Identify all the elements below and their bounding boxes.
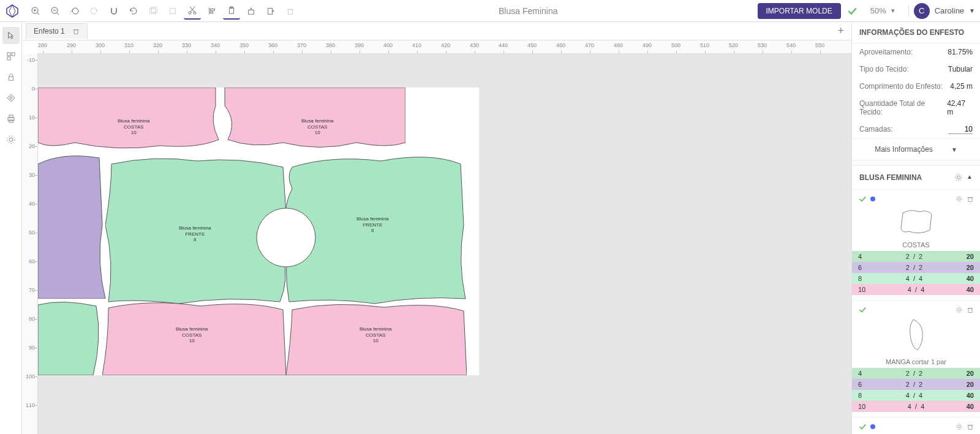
add-tab-button[interactable]: + (837, 24, 844, 37)
trash-icon[interactable] (282, 2, 299, 20)
trash-icon[interactable] (967, 195, 974, 203)
gear-icon[interactable] (956, 306, 963, 313)
tab-close-trash-icon[interactable] (72, 28, 80, 35)
size-row[interactable]: 42 / 220 (852, 368, 980, 379)
size-row[interactable]: 84 / 440 (852, 390, 980, 401)
piece-label: Blusa femininaCOSTAS10 (360, 326, 391, 344)
check-icon[interactable] (858, 305, 867, 314)
info-value: 81.75% (948, 48, 973, 56)
zoom-in-icon[interactable] (27, 2, 44, 20)
svg-point-12 (189, 12, 191, 14)
svg-rect-28 (7, 57, 10, 60)
separator (908, 5, 909, 17)
svg-point-13 (194, 12, 196, 14)
chevron-down-icon: ▼ (890, 7, 896, 14)
magnet-icon[interactable] (105, 2, 123, 20)
svg-marker-0 (7, 5, 18, 17)
zoom-out-icon[interactable] (47, 2, 64, 20)
viewport[interactable]: Blusa femininaCOSTAS10 Blusa femininaCOS… (38, 54, 851, 434)
info-row: Quantidade Total de Tecido:42,47 m (852, 95, 980, 121)
size-row[interactable]: 104 / 440 (852, 401, 980, 412)
size-row[interactable]: 62 / 220 (852, 379, 980, 390)
ruler-vertical: -100102030405060708090100110 (22, 54, 38, 434)
select-tool-icon[interactable] (2, 27, 20, 44)
part-thumbnail (852, 431, 980, 434)
undo-icon[interactable] (66, 2, 83, 20)
size-row[interactable]: 104 / 440 (852, 284, 980, 295)
export-icon[interactable] (262, 2, 279, 20)
gear-icon[interactable] (956, 195, 963, 203)
svg-point-43 (957, 196, 962, 202)
more-info-toggle[interactable]: Mais Informações ▼ (852, 138, 980, 160)
piece-label: Blusa femininaCOSTAS10 (301, 118, 333, 136)
svg-rect-48 (968, 309, 972, 313)
trash-icon[interactable] (967, 423, 974, 430)
svg-rect-26 (7, 53, 10, 56)
check-icon[interactable] (858, 422, 867, 431)
refresh-icon[interactable] (125, 2, 142, 20)
box-icon[interactable] (164, 2, 181, 20)
svg-point-35 (9, 138, 13, 141)
size-row[interactable]: 42 / 220 (852, 251, 980, 262)
main: Enfesto 1 + 2802903003103203303403503603… (0, 22, 980, 434)
svg-rect-11 (170, 8, 176, 13)
ruler-horizontal: 2802903003103203303403503603703803904004… (38, 40, 851, 54)
check-icon[interactable] (858, 195, 867, 203)
svg-marker-25 (8, 32, 13, 39)
tab-bar: Enfesto 1 + (22, 22, 851, 40)
nest-tool-icon[interactable] (2, 48, 20, 65)
molde-header: BLUSA FEMININA ▲ (852, 165, 980, 190)
chevron-down-icon: ▼ (969, 7, 975, 14)
svg-rect-21 (249, 10, 254, 14)
part-card: COSTAS42 / 22062 / 22084 / 440104 / 440 (852, 190, 980, 301)
align-icon[interactable] (203, 2, 221, 20)
document-title: Blusa Feminina (301, 6, 755, 16)
svg-marker-30 (7, 94, 15, 102)
canvas-wrap: -100102030405060708090100110 Blusa femin… (22, 54, 851, 434)
redo-icon[interactable] (86, 2, 103, 20)
user-menu[interactable]: C Caroline ▼ (914, 3, 975, 19)
settings-tool-icon[interactable] (2, 131, 20, 148)
piece-label: Blusa femininaCOSTAS10 (176, 326, 208, 344)
layers-icon[interactable] (145, 2, 162, 20)
lock-tool-icon[interactable] (2, 69, 20, 86)
clipboard-icon[interactable] (223, 2, 240, 20)
part-card: MANGA cortar 1 par42 / 22062 / 22084 / 4… (852, 301, 980, 417)
share-icon[interactable] (243, 2, 260, 20)
import-molde-button[interactable]: IMPORTAR MOLDE (758, 3, 841, 19)
check-icon[interactable] (843, 2, 861, 20)
size-row[interactable]: 62 / 220 (852, 262, 980, 273)
chevron-down-icon: ▼ (951, 146, 957, 153)
cut-icon[interactable] (184, 2, 201, 20)
piece-purple[interactable] (38, 152, 108, 299)
part-name: MANGA cortar 1 par (852, 356, 980, 368)
info-label: Aproveitamento: (859, 48, 913, 56)
info-panel-title: INFORMAÇÕES DO ENFESTO (852, 22, 980, 43)
gear-icon[interactable] (956, 423, 963, 430)
tab-enfesto-1[interactable]: Enfesto 1 (26, 23, 88, 39)
svg-point-31 (10, 97, 12, 99)
camadas-input[interactable] (948, 125, 973, 134)
svg-rect-44 (968, 198, 972, 202)
zoom-dropdown[interactable]: 50%▼ (870, 6, 896, 15)
piece-green-bottom[interactable] (38, 299, 102, 375)
svg-point-41 (956, 174, 962, 181)
tab-label: Enfesto 1 (34, 27, 65, 36)
svg-point-42 (958, 198, 961, 201)
info-value: 4,25 m (950, 82, 973, 91)
canvas-area: Enfesto 1 + 2802903003103203303403503603… (22, 22, 851, 434)
part-thumbnail (852, 203, 980, 239)
user-name: Caroline (935, 6, 964, 15)
trash-icon[interactable] (967, 306, 974, 313)
info-value: 42,47 m (947, 99, 973, 116)
size-row[interactable]: 84 / 440 (852, 273, 980, 284)
piece-label: Blusa femininaCOSTAS10 (118, 118, 149, 136)
part-thumbnail (852, 314, 980, 356)
sidebar: INFORMAÇÕES DO ENFESTO Aproveitamento:81… (851, 22, 980, 434)
svg-point-39 (257, 208, 315, 267)
chevron-up-icon[interactable]: ▲ (967, 173, 973, 182)
gear-icon[interactable] (954, 173, 963, 182)
diamond-tool-icon[interactable] (2, 89, 20, 107)
svg-point-40 (957, 176, 960, 179)
print-tool-icon[interactable] (2, 110, 20, 127)
